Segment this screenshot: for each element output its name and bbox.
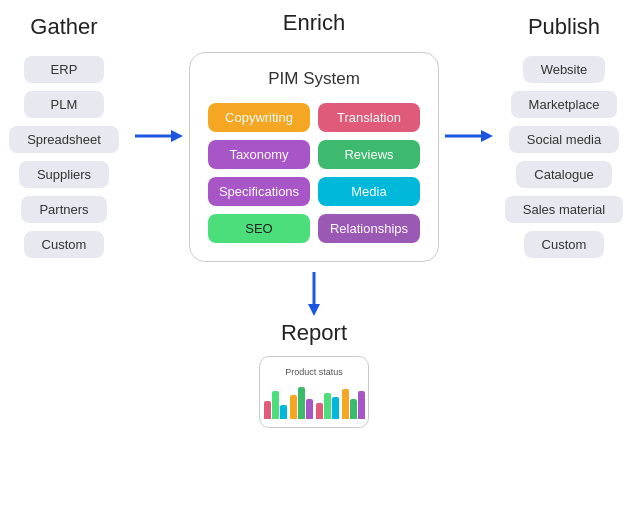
- gather-title: Gather: [30, 14, 97, 40]
- enrich-title: Enrich: [283, 10, 345, 36]
- bar-chart: [274, 383, 354, 419]
- page-layout: Gather ERP PLM Spreadsheet Suppliers Par…: [0, 0, 628, 508]
- arrow-gather-to-pim: [129, 125, 189, 147]
- publish-item-catalogue: Catalogue: [516, 161, 611, 188]
- gather-item-plm: PLM: [24, 91, 104, 118]
- svg-marker-5: [308, 304, 320, 316]
- svg-marker-3: [481, 130, 493, 142]
- bar-group: [342, 389, 365, 419]
- pill-seo: SEO: [208, 214, 310, 243]
- publish-item-marketplace: Marketplace: [511, 91, 618, 118]
- bar: [280, 405, 287, 419]
- pill-relationships: Relationships: [318, 214, 420, 243]
- bar-group: [290, 387, 313, 419]
- bar: [298, 387, 305, 419]
- pill-translation: Translation: [318, 103, 420, 132]
- gather-item-erp: ERP: [24, 56, 104, 83]
- gather-list: ERP PLM Spreadsheet Suppliers Partners C…: [9, 56, 119, 258]
- publish-title: Publish: [528, 14, 600, 40]
- bar: [272, 391, 279, 419]
- bar: [358, 391, 365, 419]
- bar: [264, 401, 271, 419]
- svg-marker-1: [171, 130, 183, 142]
- bottom-section: Report Product status: [259, 272, 369, 428]
- enrich-column: Enrich PIM System Copywriting Translatio…: [189, 10, 439, 262]
- publish-list: Website Marketplace Social media Catalog…: [505, 56, 623, 258]
- gather-column: Gather ERP PLM Spreadsheet Suppliers Par…: [0, 14, 129, 258]
- gather-item-custom: Custom: [24, 231, 105, 258]
- gather-item-suppliers: Suppliers: [19, 161, 109, 188]
- pim-grid: Copywriting Translation Taxonomy Reviews…: [208, 103, 420, 243]
- publish-column: Publish Website Marketplace Social media…: [499, 14, 628, 258]
- pill-media: Media: [318, 177, 420, 206]
- pim-box: PIM System Copywriting Translation Taxon…: [189, 52, 439, 262]
- report-chart-title: Product status: [274, 367, 354, 377]
- bar: [306, 399, 313, 419]
- top-section: Gather ERP PLM Spreadsheet Suppliers Par…: [0, 10, 628, 262]
- gather-item-spreadsheet: Spreadsheet: [9, 126, 119, 153]
- pill-copywriting: Copywriting: [208, 103, 310, 132]
- bar-group: [316, 393, 339, 419]
- publish-item-social: Social media: [509, 126, 619, 153]
- gather-item-partners: Partners: [21, 196, 106, 223]
- pim-title: PIM System: [208, 69, 420, 89]
- publish-item-custom: Custom: [524, 231, 605, 258]
- bar: [324, 393, 331, 419]
- pill-reviews: Reviews: [318, 140, 420, 169]
- bar: [332, 397, 339, 419]
- arrow-pim-to-publish: [439, 125, 499, 147]
- bar: [350, 399, 357, 419]
- pill-taxonomy: Taxonomy: [208, 140, 310, 169]
- pill-specifications: Specifications: [208, 177, 310, 206]
- bar-group: [264, 391, 287, 419]
- publish-item-website: Website: [523, 56, 606, 83]
- bar: [290, 395, 297, 419]
- publish-item-sales: Sales material: [505, 196, 623, 223]
- arrow-down: [303, 272, 325, 316]
- bar: [316, 403, 323, 419]
- report-title: Report: [281, 320, 347, 346]
- report-box: Product status: [259, 356, 369, 428]
- bar: [342, 389, 349, 419]
